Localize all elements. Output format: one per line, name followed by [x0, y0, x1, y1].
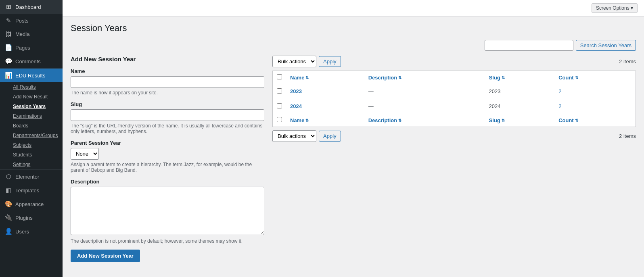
name-hint: The name is how it appears on your site.	[71, 90, 264, 96]
description-column-footer[interactable]: Description ⇅	[364, 114, 485, 127]
form-title: Add New Session Year	[71, 56, 264, 62]
page-title: Session Years	[71, 23, 636, 33]
row-name-cell: 2023	[286, 84, 364, 99]
sidebar-sub-departments-groups[interactable]: Departments/Groups	[0, 131, 63, 140]
table-row: 2023 — 2023 2	[273, 84, 636, 99]
sidebar-sub-examinations[interactable]: Examinations	[0, 111, 63, 121]
table-section: Bulk actions Apply 2 items	[272, 56, 636, 145]
plugins-icon: 🔌	[5, 214, 12, 221]
sidebar-sub-session-years[interactable]: Session Years	[0, 102, 63, 111]
two-column-layout: Add New Session Year Name The name is ho…	[71, 56, 636, 262]
sidebar-sub-subjects[interactable]: Subjects	[0, 140, 63, 150]
checkbox-footer	[273, 114, 286, 127]
slug-column-footer[interactable]: Slug ⇅	[485, 114, 555, 127]
edu-results-icon: 📊	[5, 72, 12, 79]
items-count-top: 2 items	[619, 58, 636, 65]
sidebar-item-plugins[interactable]: 🔌 Plugins	[0, 211, 63, 225]
parent-hint: Assign a parent term to create a hierarc…	[71, 162, 264, 173]
posts-icon: ✎	[5, 17, 12, 24]
sidebar-item-label: Dashboard	[15, 4, 41, 10]
search-button[interactable]: Search Session Years	[576, 40, 636, 51]
sidebar-item-users[interactable]: 👤 Users	[0, 225, 63, 238]
sidebar-item-appearance[interactable]: 🎨 Appearance	[0, 197, 63, 211]
sidebar-item-label: Pages	[15, 45, 30, 51]
bulk-actions-select-bottom[interactable]: Bulk actions	[272, 130, 316, 142]
row-count-link[interactable]: 2	[558, 103, 561, 109]
name-input[interactable]	[71, 76, 264, 88]
name-column-footer[interactable]: Name ⇅	[286, 114, 364, 127]
slug-input[interactable]	[71, 109, 264, 121]
description-textarea[interactable]	[71, 187, 264, 235]
appearance-icon: 🎨	[5, 200, 12, 208]
sidebar-sub-settings[interactable]: Settings	[0, 160, 63, 169]
edu-results-section: 📊 EDU Results All Results Add New Result…	[0, 68, 63, 169]
select-all-checkbox[interactable]	[277, 74, 282, 79]
sidebar-sub-add-new-result[interactable]: Add New Result	[0, 92, 63, 102]
row-slug-cell: 2024	[485, 99, 555, 114]
templates-icon: ◧	[5, 187, 12, 194]
row-count-cell: 2	[554, 99, 636, 114]
sidebar-sub-boards[interactable]: Boards	[0, 121, 63, 131]
sidebar-item-templates[interactable]: ◧ Templates	[0, 183, 63, 197]
apply-button-bottom[interactable]: Apply	[319, 131, 341, 142]
row-count-cell: 2	[554, 84, 636, 99]
row-name-link[interactable]: 2023	[290, 88, 302, 94]
slug-field-group: Slug The "slug" is the URL-friendly vers…	[71, 101, 264, 134]
add-new-session-year-button[interactable]: Add New Session Year	[71, 250, 140, 262]
sidebar-item-label: Appearance	[15, 201, 44, 207]
sidebar-item-dashboard[interactable]: ⊞ Dashboard	[0, 0, 63, 14]
session-years-table: Name ⇅ Description ⇅	[272, 71, 636, 127]
row-checkbox[interactable]	[277, 88, 282, 94]
row-name-link[interactable]: 2024	[290, 103, 302, 109]
search-input[interactable]	[485, 40, 573, 51]
main-content: Screen Options ▾ Session Years Search Se…	[63, 0, 644, 277]
row-count-link[interactable]: 2	[558, 88, 561, 94]
sidebar-item-label: Plugins	[15, 215, 33, 221]
sidebar-item-comments[interactable]: 💬 Comments	[0, 54, 63, 68]
table-footer-row: Name ⇅ Description ⇅	[273, 114, 636, 127]
sidebar-sub-students[interactable]: Students	[0, 150, 63, 160]
sidebar-item-pages[interactable]: 📄 Pages	[0, 41, 63, 54]
screen-options-button[interactable]: Screen Options ▾	[592, 3, 638, 13]
content-area: Session Years Search Session Years Add N…	[63, 17, 644, 269]
sidebar-item-posts[interactable]: ✎ Posts	[0, 14, 63, 27]
select-all-footer-checkbox[interactable]	[277, 117, 282, 122]
add-form-section: Add New Session Year Name The name is ho…	[71, 56, 264, 262]
sidebar-item-label: Media	[15, 31, 29, 37]
sidebar-item-edu-results[interactable]: 📊 EDU Results	[0, 69, 63, 82]
sidebar-item-media[interactable]: 🖼 Media	[0, 27, 63, 41]
sidebar-item-label: Comments	[15, 58, 41, 65]
count-column-header[interactable]: Count ⇅	[554, 71, 636, 84]
description-column-header[interactable]: Description ⇅	[364, 71, 485, 84]
table-body: 2023 — 2023 2 2024 — 2024 2	[273, 84, 636, 114]
row-checkbox-cell	[273, 84, 286, 99]
apply-button-top[interactable]: Apply	[319, 56, 341, 67]
description-hint: The description is not prominent by defa…	[71, 238, 264, 244]
bulk-actions-select-top[interactable]: Bulk actions	[272, 56, 316, 67]
users-icon: 👤	[5, 228, 12, 235]
table-row: 2024 — 2024 2	[273, 99, 636, 114]
elementor-icon: ⬡	[5, 173, 12, 180]
parent-select[interactable]: None	[71, 148, 99, 160]
name-label: Name	[71, 68, 264, 74]
sidebar-item-elementor[interactable]: ⬡ Elementor	[0, 170, 63, 183]
row-checkbox-cell	[273, 99, 286, 114]
description-label: Description	[71, 179, 264, 185]
table-header-row: Name ⇅ Description ⇅	[273, 71, 636, 84]
topbar: Screen Options ▾	[63, 0, 644, 17]
sidebar-sub-all-results[interactable]: All Results	[0, 82, 63, 92]
description-field-group: Description The description is not promi…	[71, 179, 264, 244]
row-checkbox[interactable]	[277, 103, 282, 108]
table-toolbar-top: Bulk actions Apply 2 items	[272, 56, 636, 67]
other-section: ⬡ Elementor ◧ Templates 🎨 Appearance 🔌 P…	[0, 169, 63, 238]
comments-icon: 💬	[5, 58, 12, 65]
media-icon: 🖼	[5, 31, 12, 37]
slug-column-header[interactable]: Slug ⇅	[485, 71, 555, 84]
dashboard-icon: ⊞	[5, 3, 12, 10]
parent-label: Parent Session Year	[71, 140, 264, 146]
checkbox-header	[273, 71, 286, 84]
sidebar-item-label: Templates	[15, 187, 39, 194]
sidebar-item-label: EDU Results	[15, 73, 45, 79]
count-column-footer[interactable]: Count ⇅	[554, 114, 636, 127]
name-column-header[interactable]: Name ⇅	[286, 71, 364, 84]
